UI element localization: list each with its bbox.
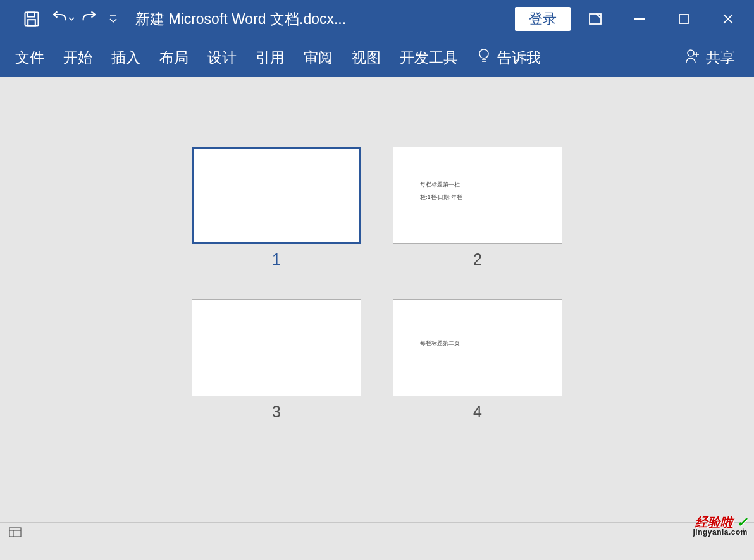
- close-button[interactable]: [708, 0, 748, 38]
- tell-me-label: 告诉我: [497, 48, 541, 68]
- svg-point-12: [688, 50, 694, 56]
- tell-me-button[interactable]: 告诉我: [477, 47, 541, 68]
- tab-references[interactable]: 引用: [256, 48, 285, 68]
- check-icon: ✓: [737, 515, 748, 529]
- share-button[interactable]: 共享: [684, 47, 735, 68]
- redo-button[interactable]: [75, 0, 104, 38]
- tab-review[interactable]: 审阅: [304, 48, 333, 68]
- svg-rect-1: [27, 13, 35, 17]
- tab-design[interactable]: 设计: [207, 48, 237, 68]
- tab-home[interactable]: 开始: [63, 48, 92, 68]
- lightbulb-icon: [477, 47, 491, 68]
- tab-view[interactable]: 视图: [352, 48, 381, 68]
- tab-layout[interactable]: 布局: [159, 48, 188, 68]
- page-thumbnail-1[interactable]: [192, 147, 361, 244]
- page-thumbnail-2[interactable]: 每栏标题第一栏 栏:1栏·日期:年栏: [393, 147, 562, 244]
- page-number-label: 1: [272, 250, 281, 269]
- watermark-text: 经验啦: [695, 515, 733, 529]
- thumbnail-content-line: 每栏标题第二页: [420, 339, 460, 348]
- document-title: 新建 Microsoft Word 文档.docx...: [135, 9, 346, 29]
- page-thumbnail-grid: 1 每栏标题第一栏 栏:1栏·日期:年栏 2 3 每栏标题第二页 4: [192, 147, 562, 421]
- page-thumbnail-3[interactable]: [192, 299, 361, 396]
- tab-insert[interactable]: 插入: [111, 48, 140, 68]
- page-number-label: 4: [473, 403, 482, 421]
- page-thumbnail-4[interactable]: 每栏标题第二页: [393, 299, 562, 396]
- undo-dropdown-icon[interactable]: [68, 13, 75, 25]
- svg-rect-4: [590, 14, 601, 24]
- save-button[interactable]: [16, 0, 47, 38]
- qat-customize-button[interactable]: [104, 13, 123, 25]
- tab-developer[interactable]: 开发工具: [400, 48, 458, 68]
- maximize-button[interactable]: [664, 0, 703, 38]
- page-number-label: 2: [473, 250, 482, 269]
- thumbnail-content-line: 栏:1栏·日期:年栏: [420, 193, 462, 202]
- watermark-brand: 经验啦 ✓: [693, 516, 748, 528]
- page-thumbnail-cell: 每栏标题第二页 4: [393, 299, 562, 421]
- thumbnail-content-line: 每栏标题第一栏: [420, 180, 460, 190]
- svg-point-9: [479, 49, 488, 58]
- tab-file[interactable]: 文件: [15, 48, 44, 68]
- status-view-icon[interactable]: [8, 525, 23, 540]
- svg-rect-15: [9, 528, 21, 537]
- document-canvas: 1 每栏标题第一栏 栏:1栏·日期:年栏 2 3 每栏标题第二页 4 − +: [0, 77, 754, 541]
- watermark-domain: jingyanla.com: [693, 528, 748, 536]
- ribbon-tabs: 文件 开始 插入 布局 设计 引用 审阅 视图 开发工具 告诉我 共享: [0, 38, 754, 77]
- titlebar-right: 登录: [515, 0, 748, 38]
- login-button[interactable]: 登录: [515, 7, 571, 31]
- status-bar: − +: [0, 522, 754, 541]
- page-thumbnail-cell: 1: [192, 147, 361, 269]
- watermark: 经验啦 ✓ jingyanla.com: [693, 516, 748, 536]
- quick-access-toolbar: [0, 0, 123, 38]
- page-thumbnail-cell: 3: [192, 299, 361, 421]
- svg-rect-6: [679, 15, 688, 23]
- svg-rect-2: [28, 20, 35, 25]
- ribbon-display-options-button[interactable]: [576, 0, 615, 38]
- title-bar: 新建 Microsoft Word 文档.docx... 登录: [0, 0, 754, 38]
- page-number-label: 3: [272, 403, 281, 421]
- share-label: 共享: [706, 48, 735, 68]
- page-thumbnail-cell: 每栏标题第一栏 栏:1栏·日期:年栏 2: [393, 147, 562, 269]
- minimize-button[interactable]: [620, 0, 659, 38]
- share-icon: [684, 47, 701, 68]
